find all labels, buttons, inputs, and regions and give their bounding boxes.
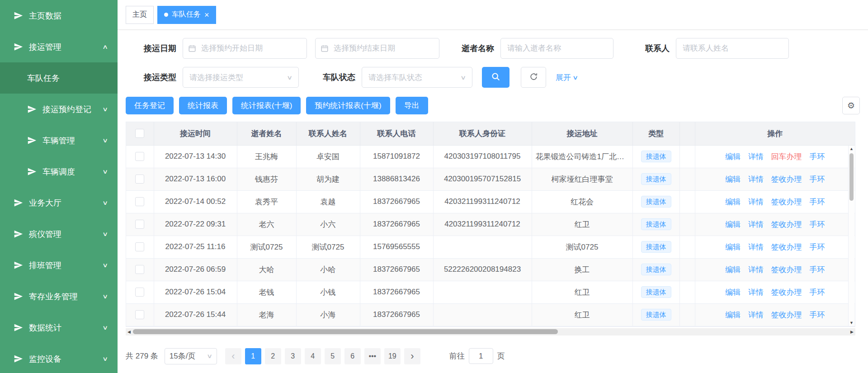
cell-deceased-name: 老钱 bbox=[237, 281, 296, 303]
close-icon[interactable]: × bbox=[204, 11, 209, 19]
row-checkbox[interactable] bbox=[135, 152, 144, 161]
page-number-button[interactable]: 5 bbox=[325, 348, 341, 364]
expand-link[interactable]: 展开 ∨ bbox=[556, 72, 578, 83]
column-settings-button[interactable]: ⚙ bbox=[842, 97, 860, 114]
wristband-link[interactable]: 手环 bbox=[809, 152, 825, 161]
page-number-button[interactable]: 6 bbox=[344, 348, 361, 364]
sidebar-item[interactable]: 业务大厅 ∨ bbox=[0, 187, 118, 218]
detail-link[interactable]: 详情 bbox=[748, 198, 764, 206]
fleet-status-select[interactable]: 请选择车队状态 ∨ bbox=[362, 67, 472, 88]
sidebar-item[interactable]: 数据统计 ∨ bbox=[0, 312, 118, 343]
detail-link[interactable]: 详情 bbox=[748, 152, 764, 161]
detail-link[interactable]: 详情 bbox=[748, 265, 764, 274]
tab-fleet-tasks[interactable]: 车队任务 × bbox=[157, 6, 216, 24]
wristband-link[interactable]: 手环 bbox=[809, 265, 825, 274]
process-link[interactable]: 签收办理 bbox=[771, 311, 802, 319]
search-button[interactable] bbox=[482, 67, 509, 88]
sidebar-item[interactable]: 监控设备 ∨ bbox=[0, 343, 118, 373]
sidebar-item[interactable]: 车辆调度 ∨ bbox=[0, 156, 118, 187]
row-checkbox[interactable] bbox=[135, 310, 144, 319]
page-number-button[interactable]: 19 bbox=[384, 348, 401, 364]
vertical-scrollbar[interactable]: ▲ ▼ bbox=[848, 146, 854, 326]
edit-link[interactable]: 编辑 bbox=[725, 198, 741, 206]
edit-link[interactable]: 编辑 bbox=[725, 220, 741, 229]
detail-link[interactable]: 详情 bbox=[748, 311, 764, 319]
edit-link[interactable]: 编辑 bbox=[725, 243, 741, 251]
header-actions: 操作 bbox=[695, 122, 855, 145]
cell-actions: 编辑 详情 签收办理 手环 bbox=[695, 190, 855, 213]
edit-link[interactable]: 编辑 bbox=[725, 265, 741, 274]
pickup-type-select[interactable]: 请选择接运类型 ∨ bbox=[183, 67, 299, 88]
sidebar-item[interactable]: 车辆管理 ∨ bbox=[0, 125, 118, 156]
toolbar-button[interactable]: 统计报表 bbox=[179, 97, 227, 114]
detail-link[interactable]: 详情 bbox=[748, 220, 764, 229]
sidebar-item[interactable]: 殡仪管理 ∨ bbox=[0, 218, 118, 250]
wristband-link[interactable]: 手环 bbox=[809, 198, 825, 206]
scroll-right-icon[interactable]: ▶ bbox=[850, 330, 854, 334]
edit-link[interactable]: 编辑 bbox=[725, 152, 741, 161]
row-checkbox[interactable] bbox=[135, 175, 144, 184]
contact-name-input[interactable] bbox=[676, 38, 789, 59]
goto-page-input[interactable] bbox=[469, 348, 493, 364]
wristband-link[interactable]: 手环 bbox=[809, 243, 825, 251]
scroll-up-icon[interactable]: ▲ bbox=[849, 146, 854, 152]
process-link[interactable]: 签收办理 bbox=[771, 288, 802, 297]
sidebar-item[interactable]: 寄存业务管理 ∨ bbox=[0, 281, 118, 312]
edit-link[interactable]: 编辑 bbox=[725, 288, 741, 297]
page-number-button[interactable]: 4 bbox=[305, 348, 321, 364]
page-number-button[interactable]: 3 bbox=[285, 348, 301, 364]
sidebar-item[interactable]: 接运预约登记 ∨ bbox=[0, 94, 118, 125]
date-start-wrap bbox=[183, 38, 307, 59]
scroll-down-icon[interactable]: ▼ bbox=[849, 320, 854, 326]
deceased-name-input[interactable] bbox=[500, 38, 613, 59]
page-size-select[interactable]: 15条/页 ∨ bbox=[165, 348, 217, 364]
page-number-button[interactable]: 1 bbox=[245, 348, 261, 364]
row-checkbox[interactable] bbox=[135, 220, 144, 229]
process-link[interactable]: 签收办理 bbox=[771, 198, 802, 206]
page-number-button[interactable]: 2 bbox=[265, 348, 281, 364]
horizontal-scroll-thumb[interactable] bbox=[133, 329, 558, 334]
row-checkbox[interactable] bbox=[135, 242, 144, 251]
row-checkbox[interactable] bbox=[135, 197, 144, 206]
sidebar-item[interactable]: 排班管理 ∨ bbox=[0, 250, 118, 281]
tab-home[interactable]: 主页 bbox=[126, 6, 154, 24]
process-link[interactable]: 签收办理 bbox=[771, 243, 802, 251]
send-icon bbox=[27, 136, 37, 145]
sidebar-item[interactable]: 主页数据 bbox=[0, 0, 118, 31]
row-checkbox[interactable] bbox=[135, 265, 144, 274]
date-end-input[interactable] bbox=[315, 38, 439, 59]
prev-page-button[interactable]: ‹ bbox=[225, 348, 241, 364]
page-number-button[interactable]: ••• bbox=[364, 348, 381, 364]
cell-contact-name: 袁越 bbox=[296, 190, 360, 213]
toolbar-button[interactable]: 导出 bbox=[396, 97, 428, 114]
select-all-checkbox[interactable] bbox=[135, 129, 144, 138]
date-start-input[interactable] bbox=[183, 38, 307, 59]
goto-page: 前往 页 bbox=[449, 348, 505, 364]
edit-link[interactable]: 编辑 bbox=[725, 175, 741, 184]
wristband-link[interactable]: 手环 bbox=[809, 220, 825, 229]
detail-link[interactable]: 详情 bbox=[748, 243, 764, 251]
detail-link[interactable]: 详情 bbox=[748, 288, 764, 297]
process-link[interactable]: 签收办理 bbox=[771, 175, 802, 184]
send-icon bbox=[14, 292, 23, 301]
cell-contact-id: 420300195707152815 bbox=[433, 168, 532, 190]
horizontal-scrollbar[interactable]: ◀ ▶ bbox=[126, 328, 855, 335]
sidebar-item[interactable]: 车队任务 bbox=[0, 62, 118, 94]
wristband-link[interactable]: 手环 bbox=[809, 311, 825, 319]
toolbar-button[interactable]: 预约统计报表(十堰) bbox=[306, 97, 390, 114]
process-link[interactable]: 签收办理 bbox=[771, 220, 802, 229]
sidebar-item[interactable]: 接运管理 ∧ bbox=[0, 31, 118, 62]
toolbar-button[interactable]: 统计报表(十堰) bbox=[232, 97, 301, 114]
process-link[interactable]: 签收办理 bbox=[771, 265, 802, 274]
next-page-button[interactable]: › bbox=[404, 348, 420, 364]
scroll-left-icon[interactable]: ◀ bbox=[127, 330, 131, 334]
vertical-scroll-thumb[interactable] bbox=[849, 153, 854, 201]
wristband-link[interactable]: 手环 bbox=[809, 175, 825, 184]
process-link[interactable]: 回车办理 bbox=[771, 152, 802, 161]
wristband-link[interactable]: 手环 bbox=[809, 288, 825, 297]
toolbar-button[interactable]: 任务登记 bbox=[126, 97, 174, 114]
row-checkbox[interactable] bbox=[135, 288, 144, 297]
edit-link[interactable]: 编辑 bbox=[725, 311, 741, 319]
refresh-button[interactable] bbox=[521, 67, 546, 88]
detail-link[interactable]: 详情 bbox=[748, 175, 764, 184]
